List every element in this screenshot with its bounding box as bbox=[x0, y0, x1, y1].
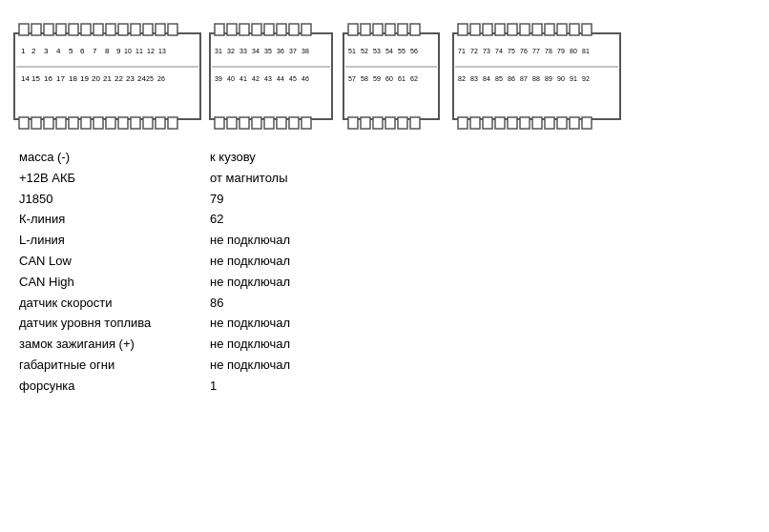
svg-rect-152 bbox=[495, 117, 505, 129]
svg-rect-10 bbox=[131, 24, 140, 35]
svg-rect-153 bbox=[508, 117, 517, 129]
signal-row: К-линия62 bbox=[19, 210, 759, 230]
svg-text:21: 21 bbox=[103, 74, 112, 83]
signal-row: CAN Lowне подключал bbox=[19, 252, 759, 272]
svg-rect-12 bbox=[156, 24, 165, 35]
svg-rect-124 bbox=[570, 24, 579, 35]
svg-text:79: 79 bbox=[557, 48, 565, 54]
signal-name: L-линия bbox=[19, 231, 210, 251]
svg-rect-159 bbox=[582, 117, 592, 129]
svg-text:90: 90 bbox=[557, 75, 565, 82]
svg-rect-53 bbox=[168, 117, 177, 129]
svg-rect-157 bbox=[557, 117, 567, 129]
svg-text:3: 3 bbox=[44, 47, 49, 55]
svg-text:56: 56 bbox=[410, 48, 418, 54]
svg-text:80: 80 bbox=[570, 48, 577, 54]
svg-text:6: 6 bbox=[80, 47, 85, 55]
svg-rect-154 bbox=[520, 117, 530, 129]
svg-text:60: 60 bbox=[385, 75, 393, 82]
svg-rect-155 bbox=[532, 117, 542, 129]
svg-rect-9 bbox=[118, 24, 128, 35]
signal-name: +12В АКБ bbox=[19, 169, 210, 189]
signal-name: масса (-) bbox=[19, 148, 210, 168]
signal-table: масса (-)к кузову+12В АКБот магнитолыJ18… bbox=[19, 148, 759, 397]
svg-rect-92 bbox=[385, 24, 395, 35]
svg-rect-48 bbox=[106, 117, 115, 129]
svg-rect-110 bbox=[373, 117, 383, 129]
svg-text:9: 9 bbox=[116, 47, 121, 55]
signal-value: не подключал bbox=[210, 335, 290, 355]
svg-text:37: 37 bbox=[289, 48, 297, 54]
signal-value: не подключал bbox=[210, 314, 290, 334]
signal-row: датчик скорости86 bbox=[19, 294, 759, 314]
svg-text:75: 75 bbox=[508, 48, 515, 54]
svg-text:20: 20 bbox=[92, 74, 100, 83]
svg-text:16: 16 bbox=[44, 74, 52, 83]
svg-rect-87 bbox=[301, 117, 311, 129]
svg-text:15: 15 bbox=[31, 74, 40, 83]
svg-text:57: 57 bbox=[348, 75, 356, 82]
signal-name: CAN High bbox=[19, 273, 210, 293]
svg-text:85: 85 bbox=[495, 75, 503, 82]
svg-rect-111 bbox=[385, 117, 395, 129]
svg-text:19: 19 bbox=[80, 74, 89, 83]
svg-rect-94 bbox=[410, 24, 420, 35]
svg-rect-81 bbox=[227, 117, 237, 129]
signal-value: не подключал bbox=[210, 231, 290, 251]
svg-text:2: 2 bbox=[31, 47, 36, 55]
svg-text:59: 59 bbox=[373, 75, 381, 82]
svg-text:10: 10 bbox=[124, 48, 132, 54]
svg-text:23: 23 bbox=[126, 74, 135, 83]
svg-rect-56 bbox=[227, 24, 237, 35]
svg-rect-13 bbox=[168, 24, 177, 35]
signal-value: не подключал bbox=[210, 356, 290, 376]
svg-rect-108 bbox=[348, 117, 358, 129]
signal-name: датчик скорости bbox=[19, 294, 210, 314]
svg-text:89: 89 bbox=[545, 75, 552, 82]
svg-text:52: 52 bbox=[361, 48, 368, 54]
svg-rect-116 bbox=[470, 24, 480, 35]
svg-rect-42 bbox=[31, 117, 41, 129]
svg-text:43: 43 bbox=[264, 75, 272, 82]
svg-rect-118 bbox=[495, 24, 505, 35]
svg-text:33: 33 bbox=[239, 48, 247, 54]
svg-text:83: 83 bbox=[470, 75, 478, 82]
svg-text:92: 92 bbox=[582, 75, 590, 82]
svg-rect-80 bbox=[215, 117, 224, 129]
svg-text:35: 35 bbox=[264, 48, 272, 54]
svg-text:11: 11 bbox=[135, 48, 143, 54]
svg-text:13: 13 bbox=[158, 48, 166, 54]
signal-row: датчик уровня топливане подключал bbox=[19, 314, 759, 334]
svg-rect-4 bbox=[56, 24, 66, 35]
teeth-bottom-c4 bbox=[458, 117, 592, 129]
svg-text:55: 55 bbox=[398, 48, 405, 54]
svg-rect-11 bbox=[143, 24, 153, 35]
svg-rect-50 bbox=[131, 117, 140, 129]
svg-rect-41 bbox=[19, 117, 29, 129]
svg-text:32: 32 bbox=[227, 48, 235, 54]
svg-rect-57 bbox=[239, 24, 249, 35]
svg-rect-6 bbox=[81, 24, 91, 35]
svg-rect-119 bbox=[508, 24, 517, 35]
signal-row: L-линияне подключал bbox=[19, 231, 759, 251]
svg-rect-3 bbox=[44, 24, 53, 35]
svg-rect-43 bbox=[44, 117, 53, 129]
svg-text:77: 77 bbox=[532, 48, 540, 54]
svg-rect-58 bbox=[252, 24, 261, 35]
svg-rect-150 bbox=[470, 117, 480, 129]
svg-text:46: 46 bbox=[301, 75, 309, 82]
svg-rect-44 bbox=[56, 117, 66, 129]
svg-rect-125 bbox=[582, 24, 592, 35]
signal-row: J185079 bbox=[19, 190, 759, 210]
signal-row: масса (-)к кузову bbox=[19, 148, 759, 168]
svg-rect-91 bbox=[373, 24, 383, 35]
signal-row: габаритные огнине подключал bbox=[19, 356, 759, 376]
signal-value: 1 bbox=[210, 377, 217, 397]
svg-text:74: 74 bbox=[495, 48, 503, 54]
svg-rect-86 bbox=[289, 117, 299, 129]
svg-rect-123 bbox=[557, 24, 567, 35]
svg-text:88: 88 bbox=[532, 75, 540, 82]
signal-row: CAN Highне подключал bbox=[19, 273, 759, 293]
svg-rect-2 bbox=[31, 24, 41, 35]
svg-rect-59 bbox=[264, 24, 274, 35]
